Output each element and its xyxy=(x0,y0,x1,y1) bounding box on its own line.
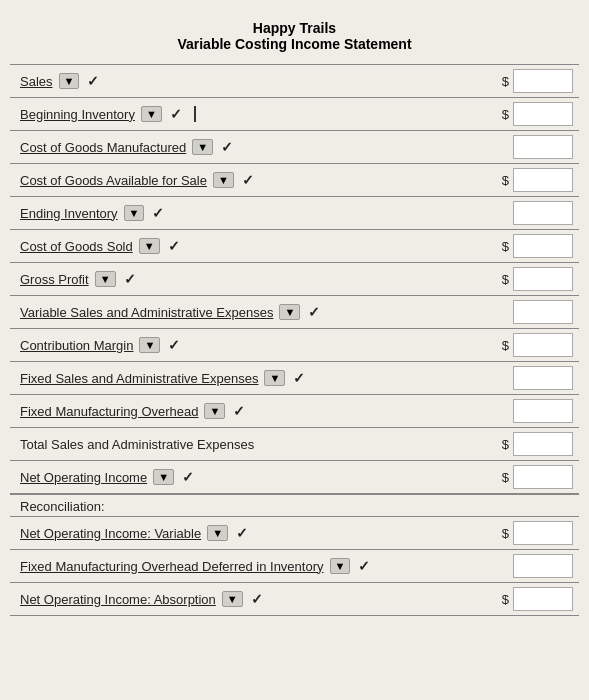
dollar-sign-net-operating-income-absorption: $ xyxy=(502,592,509,607)
label-container-ending-inventory: Ending Inventory▼✓ xyxy=(10,205,513,221)
input-area-beginning-inventory: $ xyxy=(502,102,579,126)
input-area-sales: $ xyxy=(502,69,579,93)
input-net-operating-income[interactable] xyxy=(513,465,573,489)
input-fixed-manufacturing-overhead-deferred[interactable] xyxy=(513,554,573,578)
dropdown-fixed-sales-admin[interactable]: ▼ xyxy=(264,370,285,386)
label-text-cost-of-goods-available: Cost of Goods Available for Sale xyxy=(20,173,207,188)
row-fixed-manufacturing-overhead-deferred: Fixed Manufacturing Overhead Deferred in… xyxy=(10,549,579,582)
label-text-variable-sales-admin: Variable Sales and Administrative Expens… xyxy=(20,305,273,320)
check-gross-profit: ✓ xyxy=(124,271,136,287)
input-area-cost-of-goods-manufactured xyxy=(513,135,579,159)
label-container-gross-profit: Gross Profit▼✓ xyxy=(10,271,502,287)
dollar-sign-net-operating-income: $ xyxy=(502,470,509,485)
row-beginning-inventory: Beginning Inventory▼✓$ xyxy=(10,97,579,130)
input-cost-of-goods-sold[interactable] xyxy=(513,234,573,258)
row-variable-sales-admin: Variable Sales and Administrative Expens… xyxy=(10,295,579,328)
row-ending-inventory: Ending Inventory▼✓ xyxy=(10,196,579,229)
row-cost-of-goods-available: Cost of Goods Available for Sale▼✓$ xyxy=(10,163,579,196)
check-sales: ✓ xyxy=(87,73,99,89)
input-net-operating-income-absorption[interactable] xyxy=(513,587,573,611)
company-name: Happy Trails xyxy=(10,20,579,36)
input-total-sales-admin[interactable] xyxy=(513,432,573,456)
input-sales[interactable] xyxy=(513,69,573,93)
dollar-sign-contribution-margin: $ xyxy=(502,338,509,353)
dollar-sign-beginning-inventory: $ xyxy=(502,107,509,122)
label-container-variable-sales-admin: Variable Sales and Administrative Expens… xyxy=(10,304,513,320)
label-text-fixed-sales-admin: Fixed Sales and Administrative Expenses xyxy=(20,371,258,386)
label-text-net-operating-income-absorption: Net Operating Income: Absorption xyxy=(20,592,216,607)
dropdown-fixed-manufacturing-overhead[interactable]: ▼ xyxy=(204,403,225,419)
input-area-gross-profit: $ xyxy=(502,267,579,291)
row-cost-of-goods-manufactured: Cost of Goods Manufactured▼✓ xyxy=(10,130,579,163)
input-contribution-margin[interactable] xyxy=(513,333,573,357)
dropdown-ending-inventory[interactable]: ▼ xyxy=(124,205,145,221)
input-gross-profit[interactable] xyxy=(513,267,573,291)
row-fixed-manufacturing-overhead: Fixed Manufacturing Overhead▼✓ xyxy=(10,394,579,427)
input-area-variable-sales-admin xyxy=(513,300,579,324)
input-area-fixed-sales-admin xyxy=(513,366,579,390)
label-text-ending-inventory: Ending Inventory xyxy=(20,206,118,221)
input-fixed-sales-admin[interactable] xyxy=(513,366,573,390)
row-gross-profit: Gross Profit▼✓$ xyxy=(10,262,579,295)
label-container-total-sales-admin: Total Sales and Administrative Expenses xyxy=(10,437,502,452)
dropdown-variable-sales-admin[interactable]: ▼ xyxy=(279,304,300,320)
cursor-beginning-inventory xyxy=(194,106,196,122)
label-text-beginning-inventory: Beginning Inventory xyxy=(20,107,135,122)
dropdown-fixed-manufacturing-overhead-deferred[interactable]: ▼ xyxy=(330,558,351,574)
income-statement-rows: Sales▼✓$Beginning Inventory▼✓$Cost of Go… xyxy=(10,64,579,494)
dollar-sign-gross-profit: $ xyxy=(502,272,509,287)
dollar-sign-cost-of-goods-sold: $ xyxy=(502,239,509,254)
input-ending-inventory[interactable] xyxy=(513,201,573,225)
check-net-operating-income-absorption: ✓ xyxy=(251,591,263,607)
label-container-cost-of-goods-available: Cost of Goods Available for Sale▼✓ xyxy=(10,172,502,188)
input-variable-sales-admin[interactable] xyxy=(513,300,573,324)
label-container-sales: Sales▼✓ xyxy=(10,73,502,89)
row-net-operating-income: Net Operating Income▼✓$ xyxy=(10,460,579,494)
label-text-net-operating-income: Net Operating Income xyxy=(20,470,147,485)
label-container-contribution-margin: Contribution Margin▼✓ xyxy=(10,337,502,353)
input-area-ending-inventory xyxy=(513,201,579,225)
input-cost-of-goods-manufactured[interactable] xyxy=(513,135,573,159)
dropdown-beginning-inventory[interactable]: ▼ xyxy=(141,106,162,122)
row-contribution-margin: Contribution Margin▼✓$ xyxy=(10,328,579,361)
row-cost-of-goods-sold: Cost of Goods Sold▼✓$ xyxy=(10,229,579,262)
dropdown-net-operating-income-absorption[interactable]: ▼ xyxy=(222,591,243,607)
input-fixed-manufacturing-overhead[interactable] xyxy=(513,399,573,423)
row-net-operating-income-absorption: Net Operating Income: Absorption▼✓$ xyxy=(10,582,579,616)
check-cost-of-goods-available: ✓ xyxy=(242,172,254,188)
row-net-operating-income-variable: Net Operating Income: Variable▼✓$ xyxy=(10,516,579,549)
check-net-operating-income: ✓ xyxy=(182,469,194,485)
input-area-fixed-manufacturing-overhead-deferred xyxy=(513,554,579,578)
input-beginning-inventory[interactable] xyxy=(513,102,573,126)
dropdown-cost-of-goods-manufactured[interactable]: ▼ xyxy=(192,139,213,155)
input-area-net-operating-income: $ xyxy=(502,465,579,489)
dropdown-cost-of-goods-sold[interactable]: ▼ xyxy=(139,238,160,254)
dropdown-gross-profit[interactable]: ▼ xyxy=(95,271,116,287)
label-container-cost-of-goods-manufactured: Cost of Goods Manufactured▼✓ xyxy=(10,139,513,155)
dropdown-sales[interactable]: ▼ xyxy=(59,73,80,89)
check-fixed-sales-admin: ✓ xyxy=(293,370,305,386)
dropdown-contribution-margin[interactable]: ▼ xyxy=(139,337,160,353)
check-beginning-inventory: ✓ xyxy=(170,106,182,122)
label-text-total-sales-admin: Total Sales and Administrative Expenses xyxy=(20,437,254,452)
input-cost-of-goods-available[interactable] xyxy=(513,168,573,192)
label-text-cost-of-goods-sold: Cost of Goods Sold xyxy=(20,239,133,254)
input-net-operating-income-variable[interactable] xyxy=(513,521,573,545)
header: Happy Trails Variable Costing Income Sta… xyxy=(10,20,579,52)
label-container-fixed-manufacturing-overhead: Fixed Manufacturing Overhead▼✓ xyxy=(10,403,513,419)
page: Happy Trails Variable Costing Income Sta… xyxy=(0,10,589,626)
label-text-net-operating-income-variable: Net Operating Income: Variable xyxy=(20,526,201,541)
dropdown-net-operating-income-variable[interactable]: ▼ xyxy=(207,525,228,541)
check-fixed-manufacturing-overhead: ✓ xyxy=(233,403,245,419)
reconciliation-rows: Net Operating Income: Variable▼✓$Fixed M… xyxy=(10,516,579,616)
label-container-net-operating-income: Net Operating Income▼✓ xyxy=(10,469,502,485)
row-fixed-sales-admin: Fixed Sales and Administrative Expenses▼… xyxy=(10,361,579,394)
input-area-net-operating-income-absorption: $ xyxy=(502,587,579,611)
dropdown-cost-of-goods-available[interactable]: ▼ xyxy=(213,172,234,188)
label-text-gross-profit: Gross Profit xyxy=(20,272,89,287)
label-container-fixed-manufacturing-overhead-deferred: Fixed Manufacturing Overhead Deferred in… xyxy=(10,558,513,574)
check-cost-of-goods-sold: ✓ xyxy=(168,238,180,254)
label-container-net-operating-income-variable: Net Operating Income: Variable▼✓ xyxy=(10,525,502,541)
dropdown-net-operating-income[interactable]: ▼ xyxy=(153,469,174,485)
reconciliation-header: Reconciliation: xyxy=(10,494,579,516)
